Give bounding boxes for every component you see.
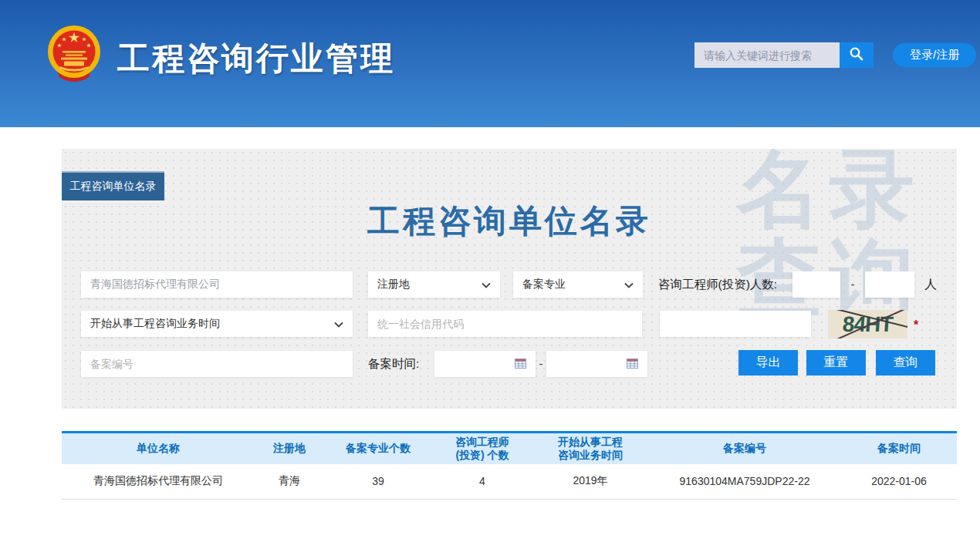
calendar-icon[interactable] — [627, 358, 638, 371]
registration-place-value: 注册地 — [377, 278, 410, 291]
start-time-value: 开始从事工程咨询业务时间 — [90, 317, 220, 331]
engineer-count-label: 咨询工程师(投资)人数: — [658, 271, 777, 298]
site-header: 工程咨询行业管理 登录/注册 — [0, 0, 980, 127]
col-header-record-time: 备案时间 — [841, 433, 957, 464]
required-asterisk: * — [914, 312, 918, 338]
page: 工程咨询行业管理 登录/注册 名录 查询 工程咨询单位名录 工程咨询单位名录 — [0, 0, 980, 559]
query-button[interactable]: 查询 — [876, 350, 935, 375]
record-specialty-select[interactable]: 备案专业 — [513, 271, 643, 298]
search-input[interactable] — [694, 42, 840, 68]
start-time-select[interactable]: 开始从事工程咨询业务时间 — [81, 311, 353, 337]
directory-query-panel: 名录 查询 工程咨询单位名录 工程咨询单位名录 注册地 备案专业 咨询工程师(投… — [62, 149, 957, 409]
chevron-down-icon — [624, 278, 634, 291]
cell-record-number: 91630104MA759JDP22-22 — [648, 464, 841, 500]
cell-registration-place: 青海 — [255, 464, 324, 500]
results-table: 单位名称 注册地 备案专业个数 咨询工程师 (投资) 个数 开始从事工程 咨询业… — [62, 431, 957, 500]
results-table-section: 单位名称 注册地 备案专业个数 咨询工程师 (投资) 个数 开始从事工程 咨询业… — [62, 431, 957, 500]
header-search — [694, 42, 874, 68]
col-header-start-time: 开始从事工程 咨询业务时间 — [532, 433, 648, 464]
captcha-image[interactable]: 84HT — [828, 310, 907, 338]
col-header-record-number: 备案编号 — [648, 433, 841, 464]
col-header-engineer-count: 咨询工程师 (投资) 个数 — [432, 433, 532, 464]
engineer-count-separator: - — [843, 271, 863, 298]
cell-record-time: 2022-01-06 — [841, 464, 957, 500]
record-number-input[interactable] — [81, 351, 353, 377]
site-title: 工程咨询行业管理 — [117, 37, 395, 80]
engineer-count-max-input[interactable] — [865, 271, 914, 298]
table-header-row: 单位名称 注册地 备案专业个数 咨询工程师 (投资) 个数 开始从事工程 咨询业… — [62, 433, 957, 464]
credit-code-input[interactable] — [368, 311, 642, 337]
cell-unit-name: 青海国德招标代理有限公司 — [62, 464, 255, 500]
login-register-button[interactable]: 登录/注册 — [893, 43, 976, 67]
person-unit-label: 人 — [924, 271, 937, 298]
company-name-input[interactable] — [81, 271, 353, 298]
search-icon — [849, 46, 864, 64]
reset-button[interactable]: 重置 — [806, 350, 866, 375]
record-time-label: 备案时间: — [368, 351, 419, 377]
captcha-input[interactable] — [660, 311, 811, 337]
calendar-icon[interactable] — [515, 358, 526, 371]
table-row: 青海国德招标代理有限公司 青海 39 4 2019年 91630104MA759… — [62, 464, 957, 500]
cell-specialty-count: 39 — [324, 464, 432, 500]
search-button[interactable] — [840, 42, 874, 68]
chevron-down-icon — [482, 278, 491, 291]
page-title: 工程咨询单位名录 — [62, 200, 957, 243]
record-specialty-value: 备案专业 — [522, 278, 566, 291]
cell-start-time: 2019年 — [532, 464, 648, 500]
chevron-down-icon — [334, 318, 343, 330]
record-time-from-input[interactable] — [434, 351, 536, 377]
col-header-specialty-count: 备案专业个数 — [324, 433, 432, 464]
registration-place-select[interactable]: 注册地 — [368, 271, 500, 298]
cell-engineer-count: 4 — [432, 464, 532, 500]
national-emblem-icon — [45, 23, 103, 86]
export-button[interactable]: 导出 — [738, 350, 798, 375]
record-time-to-input[interactable] — [546, 351, 647, 377]
col-header-unit-name: 单位名称 — [62, 433, 255, 464]
tab-unit-directory[interactable]: 工程咨询单位名录 — [62, 171, 164, 200]
col-header-registration-place: 注册地 — [255, 433, 324, 464]
record-time-separator: - — [536, 351, 546, 377]
engineer-count-min-input[interactable] — [792, 271, 840, 298]
